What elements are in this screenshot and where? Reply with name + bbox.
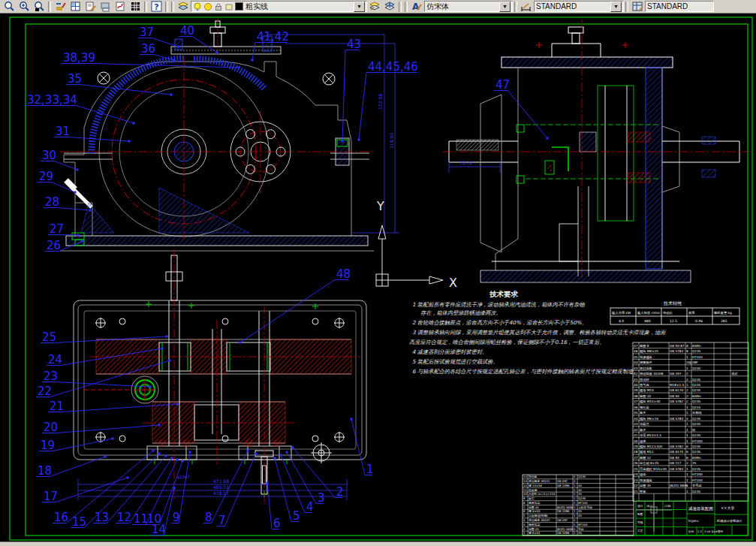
- svg-text:1: 1: [686, 478, 688, 482]
- title-block-texts: 设计制图审核工艺(签名)(日期)减速器装配图阶段标记比例1:2共1张 第1张××…: [637, 504, 742, 533]
- dim-style-label: STANDARD: [536, 2, 577, 11]
- callout-24: 24: [48, 353, 62, 367]
- toolbar-separator: [144, 2, 147, 12]
- svg-text:低速轴: 低速轴: [529, 488, 538, 492]
- title-block-text: 阶段标记: [688, 519, 699, 523]
- notes-line: 3 调整轴承轴向间隙，采用调整垫片组使其达到不大于允许值，调整、检验各轴转动灵活…: [412, 329, 667, 336]
- svg-text:GB 1096: GB 1096: [557, 531, 570, 535]
- dim-text: 471.68: [213, 478, 229, 484]
- svg-text:Q235: Q235: [692, 422, 701, 426]
- title-block-text: 工艺: [637, 529, 643, 532]
- layers-button[interactable]: [176, 1, 191, 13]
- svg-text:毡圈 25: 毡圈 25: [529, 527, 539, 531]
- svg-text:2: 2: [686, 388, 688, 392]
- svg-text:1: 1: [574, 501, 576, 505]
- svg-text:65Mn: 65Mn: [692, 394, 701, 398]
- layer-combo[interactable]: 粗实线 ▼: [191, 1, 367, 12]
- dim-style-combo[interactable]: STANDARD ▼: [534, 1, 624, 12]
- viewports-button[interactable]: [68, 1, 83, 13]
- callout-37: 37: [140, 26, 154, 39]
- layer-states-icon: [384, 1, 396, 12]
- svg-text:4: 4: [686, 417, 688, 421]
- zoom-previous-button[interactable]: [32, 1, 47, 13]
- callout-22: 22: [38, 385, 52, 398]
- drawing-area[interactable]: X Y 37403638,393532,33,3431302928272641,…: [0, 14, 756, 542]
- svg-text:垫片: 垫片: [640, 411, 646, 415]
- layer-combo-dropdown[interactable]: ▼: [354, 2, 365, 12]
- text-style-button[interactable]: A: [409, 1, 424, 13]
- match-properties-button[interactable]: [53, 1, 68, 13]
- spec-table-title: 技术特性: [663, 300, 682, 306]
- svg-text:65Mn: 65Mn: [692, 456, 701, 460]
- dim-text: φ12H7: [177, 475, 190, 480]
- callout-29: 29: [39, 170, 53, 183]
- table-style-button[interactable]: [630, 1, 645, 13]
- svg-text:挡油盘: 挡油盘: [528, 475, 538, 478]
- svg-text:2: 2: [574, 518, 576, 522]
- svg-text:47: 47: [634, 344, 638, 348]
- notes-title: 技术要求: [489, 290, 519, 298]
- cad-drawing[interactable]: X Y 37403638,393532,33,3431302928272641,…: [0, 14, 756, 542]
- markup-button[interactable]: [113, 1, 128, 13]
- svg-text:08F: 08F: [692, 360, 698, 364]
- markup-icon: [115, 1, 126, 12]
- svg-text:螺栓 M8×25: 螺栓 M8×25: [640, 349, 658, 353]
- callout-31: 31: [56, 125, 70, 138]
- svg-text:2: 2: [686, 461, 688, 465]
- font-style-combo[interactable]: 仿宋体 ▼: [424, 1, 513, 12]
- svg-text:键 14×56: 键 14×56: [528, 484, 542, 487]
- svg-text:Q235: Q235: [692, 433, 701, 437]
- table-style-icon: [631, 1, 643, 12]
- title-block-text: 设计: [637, 504, 643, 508]
- ucs-y-label: Y: [376, 199, 384, 213]
- svg-text:M18×1.5: M18×1.5: [670, 383, 684, 387]
- svg-text:1: 1: [574, 488, 576, 492]
- svg-text:33: 33: [634, 422, 638, 426]
- svg-text:密封盖板: 密封盖板: [640, 367, 652, 370]
- help-icon: ?: [151, 1, 162, 12]
- svg-text:轴承端盖: 轴承端盖: [529, 523, 540, 526]
- layer-previous-button[interactable]: [367, 1, 382, 13]
- svg-text:6: 6: [686, 450, 688, 454]
- window-bottom-edge: [0, 541, 756, 546]
- zoom-in-button[interactable]: [17, 1, 32, 13]
- help-button[interactable]: ?: [149, 1, 164, 13]
- svg-text:14: 14: [523, 475, 527, 478]
- sheet-edit-icon: [85, 1, 96, 12]
- svg-text:GB 5783: GB 5783: [670, 467, 683, 471]
- svg-text:8: 8: [523, 501, 526, 505]
- svg-text:调整垫片: 调整垫片: [640, 360, 653, 364]
- toolbar-separator: [405, 2, 408, 12]
- svg-text:HT200: HT200: [692, 472, 703, 476]
- svg-text:Q235: Q235: [692, 400, 701, 403]
- font-combo-dropdown[interactable]: ▼: [499, 2, 511, 12]
- svg-text:纸: 纸: [691, 428, 695, 432]
- sheet-edit-button[interactable]: [83, 1, 98, 13]
- svg-text:1: 1: [574, 505, 576, 509]
- toolbar-separator: [399, 2, 402, 12]
- publish-button[interactable]: [98, 1, 113, 13]
- callout-18: 18: [38, 464, 52, 478]
- svg-text:Q235: Q235: [692, 367, 701, 370]
- svg-text:GB 5782: GB 5782: [670, 400, 683, 403]
- callout-25: 25: [42, 330, 56, 344]
- layer-states-button[interactable]: [382, 1, 397, 13]
- svg-text:螺栓 M12×100: 螺栓 M12×100: [640, 445, 662, 448]
- dim-combo-dropdown[interactable]: ▼: [610, 2, 622, 12]
- svg-text:启盖螺钉 M10×30: 启盖螺钉 M10×30: [640, 467, 667, 471]
- svg-text:轴承端盖: 轴承端盖: [640, 355, 653, 359]
- svg-text:1: 1: [686, 490, 688, 493]
- svg-text:2: 2: [523, 527, 526, 531]
- zoom-window-button[interactable]: [2, 1, 17, 13]
- table-style-combo[interactable]: STANDARD: [645, 1, 714, 12]
- table-tool-button[interactable]: [128, 1, 143, 13]
- notes-line: 6 与轴承配合的各结合尺寸按规定选配孔轴公差，与密封件接触的轴表面尺寸按规定精度…: [412, 368, 639, 375]
- svg-text:JB/ZQ 4606: JB/ZQ 4606: [669, 484, 688, 487]
- callout-20: 20: [44, 421, 58, 434]
- svg-text:半粗羊毛毡: 半粗羊毛毡: [578, 505, 592, 509]
- dim-style-button[interactable]: [519, 1, 534, 13]
- zoom-previous-icon: [34, 1, 45, 12]
- svg-text:29: 29: [634, 445, 638, 448]
- svg-text:38: 38: [634, 394, 638, 398]
- callout-41,42: 41,42: [257, 30, 289, 44]
